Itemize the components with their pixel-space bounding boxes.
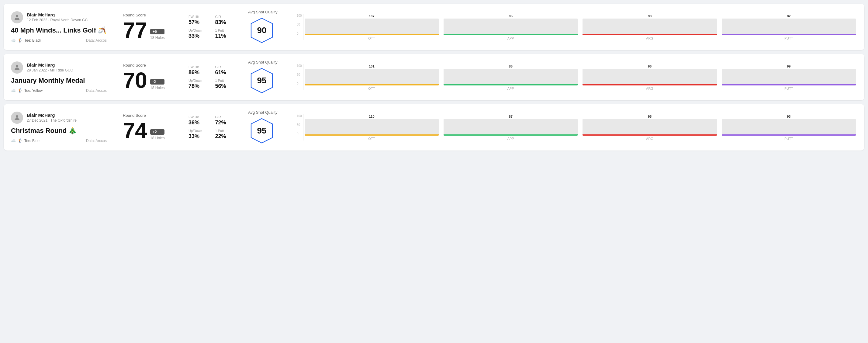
round-title: Christmas Round 🎄 (11, 127, 107, 135)
holes-label: 18 Holes (150, 136, 164, 140)
bar-col: 82 (722, 14, 856, 35)
stats-grid: FW Hit 86% GIR 61% Up/Down 78% 1 Putt 56… (188, 65, 235, 89)
bar-col: 95 (443, 14, 578, 35)
oneputt-value: 56% (215, 83, 235, 89)
x-axis-labels: OTT APP ARG PUTT (303, 136, 857, 141)
bar-col: 101 (305, 64, 439, 86)
gir-value: 83% (215, 19, 235, 26)
user-name: Blair McHarg (27, 62, 73, 67)
user-row: Blair McHarg 29 Jan 2022 · Mill Ride GCC (11, 61, 107, 73)
fw-hit-value: 57% (188, 19, 208, 26)
bottom-info-row: ☁️ 🏌 Tee: Blue Data: Arccos (11, 138, 107, 143)
bar-top-value: 98 (648, 14, 652, 18)
round-info: Blair McHarg 27 Dec 2021 · The Oxfordshi… (11, 112, 114, 143)
bar-x-label: OTT (305, 87, 439, 90)
bar-x-label: PUTT (722, 36, 856, 40)
quality-section: Avg Shot Quality 90 (242, 10, 297, 44)
bar-background (305, 119, 439, 136)
fw-hit-label: FW Hit (188, 65, 208, 69)
fw-hit-value: 36% (188, 120, 208, 126)
score-diff-badge: +5 (150, 29, 164, 34)
fw-hit-stat: FW Hit 86% (188, 65, 208, 76)
oneputt-stat: 1 Putt 22% (215, 129, 235, 139)
bar-top-value: 93 (787, 115, 790, 118)
avatar (11, 112, 23, 124)
date-course: 12 Feb 2022 · Royal North Devon GC (27, 18, 88, 22)
fw-hit-value: 86% (188, 69, 208, 76)
bar-chart: 100 50 0 101 (297, 64, 857, 90)
score-main: 74 +2 18 Holes (123, 120, 173, 142)
updown-value: 78% (188, 83, 208, 89)
user-icon (13, 114, 21, 121)
user-name: Blair McHarg (27, 12, 88, 17)
bar-indicator (443, 84, 578, 86)
svg-point-4 (16, 115, 18, 118)
avatar (11, 11, 23, 23)
bar-x-label: PUTT (722, 87, 856, 90)
quality-section: Avg Shot Quality 95 (242, 110, 297, 145)
quality-score-value: 90 (257, 26, 266, 35)
fw-hit-stat: FW Hit 36% (188, 115, 208, 126)
tee-label: Tee: Yellow (24, 89, 42, 93)
y-axis: 100 50 0 (297, 14, 302, 35)
bar-x-label: APP (443, 36, 578, 40)
gir-label: GIR (215, 115, 235, 119)
bar-top-value: 87 (509, 115, 513, 118)
gir-value: 72% (215, 120, 235, 126)
quality-section: Avg Shot Quality 95 (242, 60, 297, 94)
score-diff-badge: -2 (150, 79, 164, 85)
score-detail: +2 18 Holes (150, 129, 164, 142)
quality-score-value: 95 (257, 126, 266, 136)
quality-label: Avg Shot Quality (248, 10, 278, 14)
date-course: 27 Dec 2021 · The Oxfordshire (27, 118, 76, 123)
oneputt-label: 1 Putt (215, 129, 235, 132)
round-card: Blair McHarg 12 Feb 2022 · Royal North D… (4, 4, 864, 50)
tee-info: ☁️ 🏌 Tee: Black (11, 38, 41, 42)
score-number: 70 (123, 69, 147, 91)
holes-label: 18 Holes (150, 86, 164, 90)
bar-top-value: 96 (648, 64, 652, 68)
bar-background (722, 19, 856, 35)
bar-background (722, 119, 856, 136)
gir-stat: GIR 72% (215, 115, 235, 126)
wind-icon: 🏌 (18, 88, 23, 93)
tee-label: Tee: Blue (24, 139, 39, 143)
bar-background (443, 119, 578, 136)
hexagon-shape: 95 (248, 117, 275, 145)
stats-grid: FW Hit 57% GIR 83% Up/Down 33% 1 Putt 11… (188, 15, 235, 39)
score-section: Round Score 77 +5 18 Holes (114, 13, 181, 41)
bar-background (305, 69, 439, 86)
bar-x-label: APP (443, 87, 578, 90)
updown-value: 33% (188, 33, 208, 39)
round-title: January Monthly Medal (11, 76, 107, 85)
bar-background (583, 69, 717, 86)
bar-top-value: 86 (509, 64, 513, 68)
user-icon (13, 64, 21, 71)
round-info: Blair McHarg 12 Feb 2022 · Royal North D… (11, 11, 114, 42)
fw-hit-label: FW Hit (188, 15, 208, 19)
bar-top-value: 110 (369, 115, 374, 118)
hexagon-shape: 95 (248, 67, 275, 94)
score-diff-badge: +2 (150, 129, 164, 135)
bar-chart: 100 50 0 107 (297, 14, 857, 40)
updown-label: Up/Down (188, 129, 208, 132)
bar-top-value: 82 (787, 14, 790, 18)
fw-hit-stat: FW Hit 57% (188, 15, 208, 26)
gir-label: GIR (215, 65, 235, 69)
bar-indicator (443, 34, 578, 35)
quality-label: Avg Shot Quality (248, 60, 278, 64)
user-icon (13, 14, 21, 21)
bar-background (443, 69, 578, 86)
bar-x-label: OTT (305, 36, 439, 40)
round-info: Blair McHarg 29 Jan 2022 · Mill Ride GCC… (11, 61, 114, 93)
stats-section: FW Hit 86% GIR 61% Up/Down 78% 1 Putt 56… (181, 65, 242, 89)
bar-col: 110 (305, 115, 439, 136)
x-axis-labels: OTT APP ARG PUTT (303, 35, 857, 40)
bar-indicator (583, 134, 717, 136)
updown-label: Up/Down (188, 29, 208, 32)
oneputt-label: 1 Putt (215, 79, 235, 83)
x-axis-labels: OTT APP ARG PUTT (303, 86, 857, 90)
y-axis: 100 50 0 (297, 64, 302, 86)
bar-x-label: OTT (305, 137, 439, 141)
bar-x-label: PUTT (722, 137, 856, 141)
